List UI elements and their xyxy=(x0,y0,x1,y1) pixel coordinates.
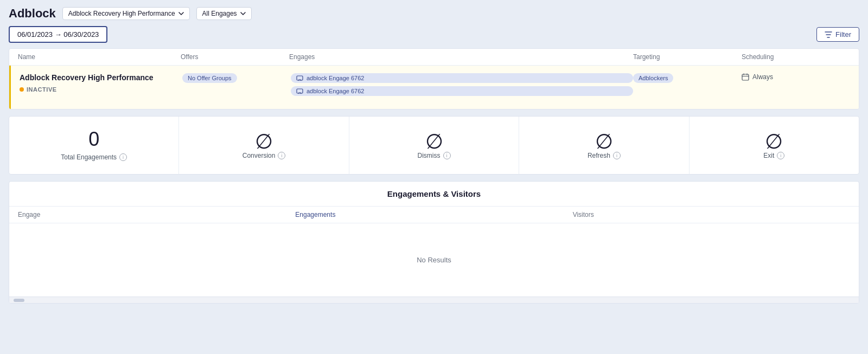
metric-label-2: Dismiss i xyxy=(418,152,451,159)
metric-exit: ∅ Exit i xyxy=(690,117,859,174)
engage-badge-2[interactable]: adblock Engage 6762 xyxy=(291,86,633,96)
campaign-name-cell: Adblock Recovery High Performance INACTI… xyxy=(20,73,182,93)
metrics-row: 0 Total Engagements i ∅ Conversion i ∅ D… xyxy=(9,116,859,175)
col-name: Name xyxy=(18,53,181,61)
engages-cell: adblock Engage 6762 adblock Engage 6762 xyxy=(291,73,633,96)
date-range-button[interactable]: 06/01/2023 → 06/30/2023 xyxy=(9,26,107,43)
metric-label-3: Refresh i xyxy=(588,152,621,159)
calendar-icon xyxy=(742,73,749,81)
ev-col-engage: Engage xyxy=(18,211,295,218)
metric-conversion: ∅ Conversion i xyxy=(179,117,349,174)
engage-icon xyxy=(296,75,303,81)
campaign-name: Adblock Recovery High Performance xyxy=(20,73,182,82)
col-scheduling: Scheduling xyxy=(742,53,850,61)
table-header: Name Offers Engages Targeting Scheduling xyxy=(9,49,859,66)
metric-dismiss: ∅ Dismiss i xyxy=(349,117,519,174)
scroll-thumb xyxy=(14,299,24,302)
col-targeting: Targeting xyxy=(633,53,742,61)
metric-value-4: ∅ xyxy=(765,131,783,152)
metric-label-1: Conversion i xyxy=(242,152,286,159)
scroll-bar[interactable] xyxy=(9,297,859,303)
metric-value-0: 0 xyxy=(88,130,99,149)
ev-section: Engagements & Visitors Engage Engagement… xyxy=(9,181,859,304)
filter-icon xyxy=(825,31,832,38)
info-icon-0[interactable]: i xyxy=(119,153,127,161)
metric-total-engagements: 0 Total Engagements i xyxy=(9,117,179,174)
info-icon-2[interactable]: i xyxy=(443,152,451,159)
campaign-table: Name Offers Engages Targeting Scheduling… xyxy=(9,48,859,110)
info-icon-1[interactable]: i xyxy=(278,152,285,159)
chevron-down-icon-2 xyxy=(240,11,246,16)
info-icon-3[interactable]: i xyxy=(613,152,621,159)
targeting-badge: Adblockers xyxy=(633,73,673,83)
offers-cell: No Offer Groups xyxy=(182,73,291,83)
metric-label-4: Exit i xyxy=(763,152,784,159)
engage-badge-1[interactable]: adblock Engage 6762 xyxy=(291,73,633,83)
page-title: Adblock xyxy=(9,7,56,21)
ev-title: Engagements & Visitors xyxy=(9,182,859,207)
campaign-dropdown[interactable]: Adblock Recovery High Performance xyxy=(62,7,190,20)
metric-value-2: ∅ xyxy=(425,131,443,152)
engage-dropdown[interactable]: All Engages xyxy=(196,7,252,20)
metric-label-0: Total Engagements i xyxy=(61,153,127,161)
status-badge: INACTIVE xyxy=(20,86,57,93)
ev-col-engagements: Engagements xyxy=(295,211,572,218)
table-row[interactable]: Adblock Recovery High Performance INACTI… xyxy=(9,66,859,109)
col-offers: Offers xyxy=(181,53,289,61)
ev-no-results: No Results xyxy=(9,223,859,297)
info-icon-4[interactable]: i xyxy=(777,152,784,159)
svg-rect-2 xyxy=(742,74,749,80)
scheduling-cell: Always xyxy=(742,73,850,81)
metric-refresh: ∅ Refresh i xyxy=(519,117,689,174)
filter-button[interactable]: Filter xyxy=(816,27,859,42)
offers-badge: No Offer Groups xyxy=(182,73,237,83)
metric-value-1: ∅ xyxy=(255,131,273,152)
ev-col-visitors: Visitors xyxy=(573,211,850,218)
col-engages: Engages xyxy=(289,53,633,61)
engage-icon-2 xyxy=(296,88,303,94)
chevron-down-icon xyxy=(178,11,184,16)
metric-value-3: ∅ xyxy=(595,131,613,152)
ev-table-header: Engage Engagements Visitors xyxy=(9,207,859,223)
status-dot xyxy=(20,87,24,92)
targeting-cell: Adblockers xyxy=(633,73,742,83)
